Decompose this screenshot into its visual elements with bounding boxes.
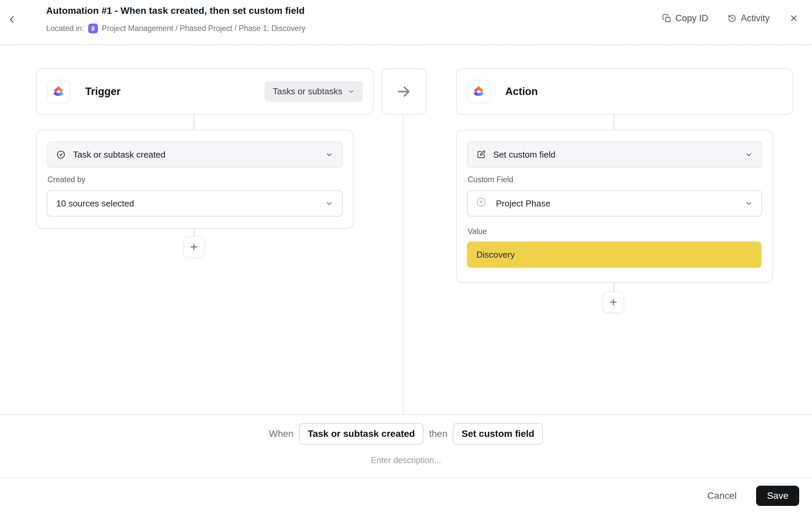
add-trigger-condition-button[interactable] [183,236,205,258]
trigger-scope-label: Tasks or subtasks [273,86,342,97]
clickup-logo-icon [47,80,70,103]
created-by-value: 10 sources selected [56,198,134,209]
arrow-right-icon [395,83,413,100]
footer-divider [0,478,812,478]
trigger-card: Trigger Tasks or subtasks [36,69,374,114]
trigger-plus-connector-dash [194,228,195,236]
trigger-to-action-card [381,69,427,114]
back-button[interactable] [3,11,21,28]
list-icon [88,24,98,33]
value-label: Value [468,227,487,236]
automation-editor: Automation #1 - When task created, then … [0,0,812,516]
chevron-down-icon [325,199,333,208]
trigger-connector-dash [194,114,195,129]
action-connector-dash [613,114,614,129]
breadcrumb: Located in: Project Management / Phased … [46,24,305,33]
trigger-event-dropdown[interactable]: Task or subtask created [47,141,343,168]
edit-icon [476,150,486,159]
summary-action-chip[interactable]: Set custom field [453,423,543,444]
copy-icon [662,14,671,23]
cancel-button[interactable]: Cancel [705,490,738,501]
action-card: Action [456,69,793,114]
close-icon [789,13,799,23]
activity-label: Activity [741,13,770,24]
trigger-title: Trigger [85,86,120,98]
automation-title: Automation #1 - When task created, then … [46,5,304,16]
summary-divider [0,414,812,415]
clickup-logo-icon [467,80,491,103]
trigger-scope-dropdown[interactable]: Tasks or subtasks [265,81,363,102]
add-action-button[interactable] [603,291,624,313]
summary-trigger-chip-label: Task or subtask created [308,429,415,439]
value-field[interactable]: Discovery [467,242,761,268]
then-label: then [429,429,447,439]
center-connector-line [403,114,404,414]
activity-button[interactable]: Activity [725,13,772,24]
when-label: When [269,429,294,439]
chevron-down-icon [745,199,753,208]
summary-action-chip-label: Set custom field [462,429,534,439]
action-title: Action [505,86,538,98]
action-type-dropdown[interactable]: Set custom field [467,141,762,168]
trigger-event-label: Task or subtask created [73,150,166,160]
plus-icon [608,297,618,307]
dropdown-field-icon [476,197,489,210]
copy-id-label: Copy ID [675,13,708,24]
value-text: Discovery [476,250,515,260]
plus-icon [189,242,199,252]
check-circle-icon [56,150,66,159]
chevron-left-icon [7,15,17,25]
description-input[interactable]: Enter description... [0,455,812,465]
breadcrumb-path[interactable]: Project Management / Phased Project / Ph… [102,24,306,33]
summary-sentence: When Task or subtask created then Set cu… [0,423,812,444]
custom-field-label: Custom Field [468,175,513,184]
action-type-label: Set custom field [493,150,555,160]
created-by-label: Created by [48,175,86,184]
trigger-detail-card: Task or subtask created Created by 10 so… [36,130,353,229]
custom-field-dropdown[interactable]: Project Phase [467,190,762,217]
header-actions: Copy ID Activity [660,11,801,25]
header-shadow [0,45,812,48]
save-button[interactable]: Save [756,486,799,506]
custom-field-value: Project Phase [496,198,550,209]
summary-trigger-chip[interactable]: Task or subtask created [299,423,424,444]
chevron-down-icon [325,151,333,159]
modal-header: Automation #1 - When task created, then … [0,0,812,45]
action-detail-card: Set custom field Custom Field Project Ph… [456,130,773,282]
created-by-dropdown[interactable]: 10 sources selected [47,190,343,217]
action-plus-connector-dash [613,282,614,291]
chevron-down-icon [348,88,355,95]
close-button[interactable] [787,11,801,25]
chevron-down-icon [745,151,753,159]
copy-id-button[interactable]: Copy ID [660,13,710,24]
history-icon [727,14,736,23]
located-in-label: Located in: [46,24,84,33]
footer-actions: Cancel Save [705,486,799,506]
